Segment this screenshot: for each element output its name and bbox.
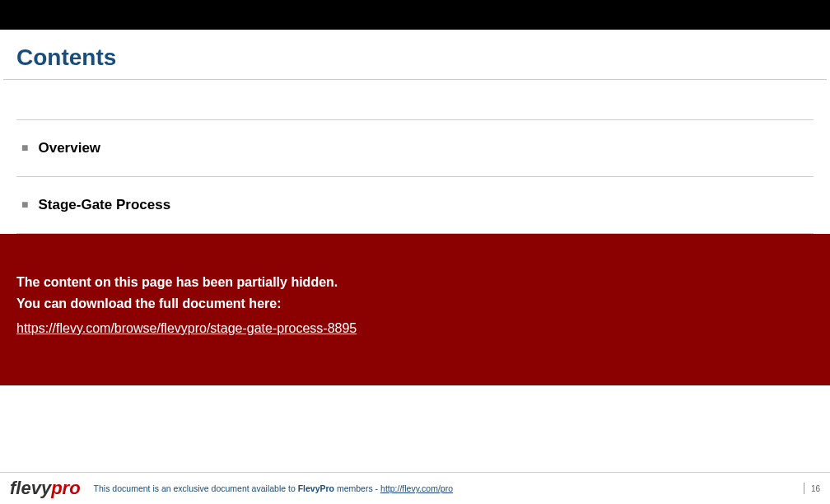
flevypro-logo: flevypro — [10, 478, 81, 499]
footer: flevypro This document is an exclusive d… — [0, 472, 830, 504]
list-item: ■ Stage-Gate Process — [16, 177, 814, 233]
footer-text-suffix: members - — [334, 483, 380, 493]
hidden-content-banner: The content on this page has been partia… — [0, 234, 830, 385]
footer-text-bold: FlevyPro — [298, 483, 334, 493]
page-divider — [804, 483, 804, 494]
footer-left: flevypro This document is an exclusive d… — [10, 478, 453, 499]
download-link[interactable]: https://flevy.com/browse/flevypro/stage-… — [16, 321, 357, 336]
footer-text: This document is an exclusive document a… — [94, 483, 453, 493]
page-number: 16 — [811, 484, 820, 493]
content-item-label: Stage-Gate Process — [38, 197, 170, 213]
bullet-icon: ■ — [21, 198, 28, 211]
footer-right: 16 — [804, 483, 820, 494]
top-black-bar — [0, 0, 830, 30]
hidden-text-line2: You can download the full document here: — [16, 296, 814, 311]
logo-text-pro: pro — [51, 478, 80, 499]
header-underline — [3, 79, 827, 80]
bullet-icon: ■ — [21, 141, 28, 154]
content-item-label: Overview — [38, 140, 100, 156]
hidden-text-line1: The content on this page has been partia… — [16, 275, 814, 290]
footer-link[interactable]: http://flevy.com/pro — [380, 483, 453, 493]
footer-text-prefix: This document is an exclusive document a… — [94, 483, 298, 493]
list-item: ■ Overview — [16, 120, 814, 176]
page-title: Contents — [0, 30, 830, 79]
logo-text-flevy: flevy — [10, 478, 51, 499]
footer-bar: flevypro This document is an exclusive d… — [0, 473, 830, 504]
contents-list: ■ Overview ■ Stage-Gate Process — [0, 119, 830, 234]
